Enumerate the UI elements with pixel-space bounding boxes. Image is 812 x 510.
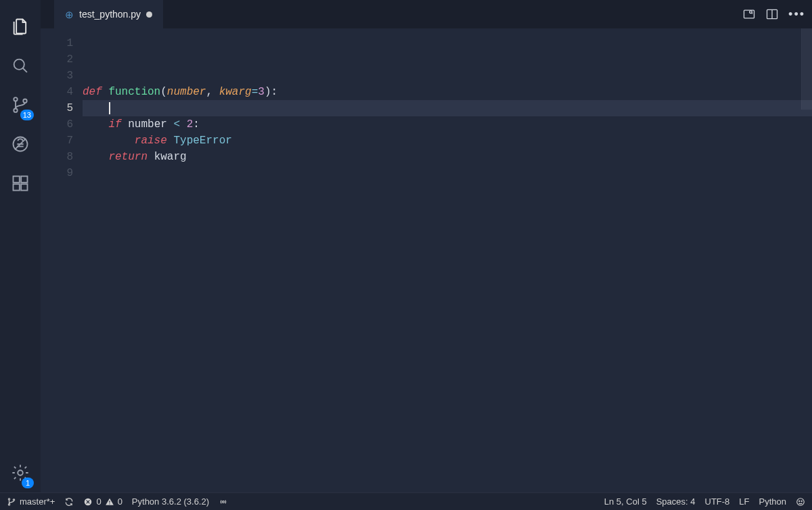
no-bug-icon	[11, 135, 30, 154]
svg-point-3	[14, 108, 17, 112]
encoding-status[interactable]: UTF-8	[705, 496, 730, 507]
code-line	[83, 165, 812, 181]
svg-point-17	[8, 498, 9, 499]
dirty-indicator-icon	[146, 11, 152, 18]
minimap[interactable]	[801, 28, 812, 110]
warning-count: 0	[118, 496, 122, 507]
sync-icon	[64, 497, 74, 507]
svg-rect-8	[21, 177, 27, 183]
indentation-status[interactable]: Spaces: 4	[656, 496, 696, 507]
cursor-position-status[interactable]: Ln 5, Col 5	[604, 496, 647, 507]
code-content[interactable]: def function(number, kwarg=3): if number…	[83, 28, 812, 492]
line-number: 9	[41, 165, 73, 181]
svg-rect-9	[14, 184, 20, 190]
svg-point-0	[14, 60, 24, 70]
python-version: Python 3.6.2 (3.6.2)	[132, 496, 209, 507]
svg-point-24	[109, 503, 110, 504]
search-activity[interactable]	[0, 46, 41, 85]
code-line: return kwarg	[83, 149, 812, 165]
error-icon	[83, 497, 93, 507]
line-number: 8	[41, 149, 73, 165]
editor-area: ⊕ test_python.py ••• 1 2 3	[41, 0, 812, 492]
svg-line-6	[15, 139, 26, 149]
svg-point-4	[23, 99, 26, 102]
tabs-row: ⊕ test_python.py •••	[41, 0, 812, 28]
branch-name: master*+	[20, 496, 55, 507]
svg-rect-10	[21, 184, 27, 190]
tab-filename: test_python.py	[79, 9, 141, 20]
git-branch-status[interactable]: master*+	[7, 496, 55, 507]
extensions-activity[interactable]	[0, 164, 41, 203]
eol: LF	[739, 496, 749, 507]
svg-point-25	[223, 501, 225, 503]
activity-bar: 13 1	[0, 0, 41, 492]
text-cursor	[109, 102, 110, 114]
code-line	[83, 68, 812, 84]
svg-rect-12	[744, 10, 754, 18]
preview-icon	[742, 7, 756, 21]
eol-status[interactable]: LF	[739, 496, 749, 507]
branch-icon	[7, 497, 16, 507]
indentation: Spaces: 4	[656, 496, 696, 507]
encoding: UTF-8	[705, 496, 730, 507]
live-share-status[interactable]	[219, 497, 228, 507]
code-line	[83, 100, 812, 116]
language-mode-status[interactable]: Python	[759, 496, 786, 507]
svg-point-11	[18, 470, 22, 475]
svg-point-2	[14, 97, 17, 101]
ellipsis-icon: •••	[788, 7, 805, 22]
split-editor-button[interactable]	[765, 7, 779, 21]
code-line	[83, 51, 812, 68]
code-line: if number < 2:	[83, 116, 812, 133]
editor-tab[interactable]: ⊕ test_python.py	[54, 0, 163, 28]
scm-badge: 13	[20, 110, 34, 120]
more-actions-button[interactable]: •••	[788, 7, 805, 22]
line-number: 1	[41, 35, 73, 51]
broadcast-icon	[219, 497, 228, 507]
error-count: 0	[96, 496, 101, 507]
files-icon	[11, 17, 30, 36]
scm-activity[interactable]: 13	[0, 85, 41, 124]
settings-badge: 1	[22, 478, 34, 488]
settings-activity[interactable]: 1	[0, 453, 41, 492]
svg-point-18	[8, 503, 9, 505]
cursor-position: Ln 5, Col 5	[604, 496, 647, 507]
smiley-icon	[796, 497, 805, 507]
language-mode: Python	[759, 496, 786, 507]
line-number: 3	[41, 68, 73, 84]
extensions-icon	[11, 174, 30, 193]
code-line: raise TypeError	[83, 133, 812, 149]
editor-top-actions: •••	[742, 0, 805, 28]
debug-activity[interactable]	[0, 124, 41, 164]
feedback-status[interactable]	[796, 497, 805, 507]
line-number-gutter: 1 2 3 4 5 6 7 8 9	[41, 28, 83, 492]
code-line	[83, 35, 812, 51]
sync-status[interactable]	[64, 497, 74, 507]
svg-line-1	[23, 68, 27, 72]
code-line: def function(number, kwarg=3):	[83, 84, 812, 100]
split-icon	[765, 7, 779, 21]
line-number: 2	[41, 51, 73, 68]
explorer-activity[interactable]	[0, 7, 41, 46]
svg-point-26	[797, 498, 805, 505]
svg-point-19	[13, 499, 14, 500]
problems-status[interactable]: 0 0	[83, 496, 122, 507]
svg-point-13	[750, 11, 752, 14]
line-number: 7	[41, 133, 73, 149]
line-number: 6	[41, 116, 73, 133]
svg-point-28	[801, 501, 802, 501]
line-number: 4	[41, 84, 73, 100]
python-file-icon: ⊕	[65, 9, 74, 20]
svg-point-27	[799, 501, 800, 501]
warning-icon	[105, 497, 114, 507]
status-bar: master*+ 0 0 Python 3.6.2 (3.6.2) Ln 5, …	[0, 492, 812, 510]
python-interpreter-status[interactable]: Python 3.6.2 (3.6.2)	[132, 496, 209, 507]
svg-line-14	[752, 13, 752, 14]
search-icon	[11, 56, 30, 75]
code-editor[interactable]: 1 2 3 4 5 6 7 8 9 def function(number, k…	[41, 28, 812, 492]
line-number: 5	[41, 100, 73, 116]
svg-rect-7	[14, 177, 20, 183]
toggle-preview-button[interactable]	[742, 7, 756, 21]
